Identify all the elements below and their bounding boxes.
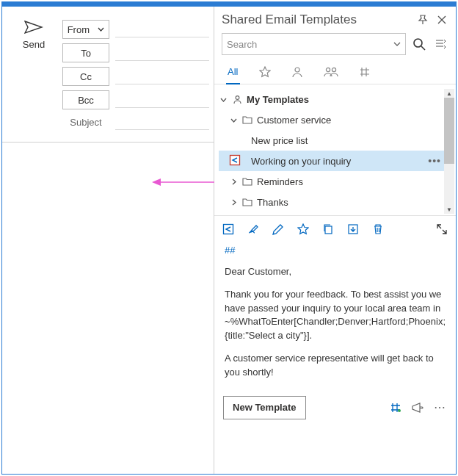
pin-icon[interactable] bbox=[416, 13, 429, 26]
send-icon bbox=[24, 20, 43, 35]
preview-greeting: Dear Customer, bbox=[225, 265, 446, 279]
preview-body-2: A customer service representative will g… bbox=[225, 352, 446, 380]
send-button[interactable]: Send bbox=[12, 20, 55, 50]
insert-icon bbox=[229, 154, 241, 166]
bottom-bar: New Template ⋯ bbox=[214, 392, 456, 427]
cc-label: Cc bbox=[80, 71, 92, 82]
scroll-thumb[interactable] bbox=[444, 98, 454, 164]
tree-item-label: New price list bbox=[248, 135, 308, 146]
compose-pane: Send From To bbox=[2, 7, 214, 474]
tree-root[interactable]: My Templates bbox=[219, 89, 454, 109]
feedback-icon[interactable] bbox=[410, 400, 425, 415]
tree-folder-customer-service[interactable]: Customer service bbox=[219, 109, 454, 130]
tree-folder-label: Reminders bbox=[254, 176, 303, 187]
folder-icon bbox=[241, 198, 254, 206]
chevron-right-icon bbox=[230, 199, 241, 206]
edit-signature-icon[interactable] bbox=[247, 223, 260, 236]
from-field[interactable] bbox=[115, 21, 209, 37]
to-button[interactable]: To bbox=[62, 43, 109, 62]
expand-icon[interactable] bbox=[435, 223, 448, 236]
edit-icon[interactable] bbox=[272, 223, 285, 236]
tree-item-working-on-inquiry[interactable]: Working on your inquiry ••• bbox=[219, 151, 454, 171]
tree-folder-thanks[interactable]: Thanks bbox=[219, 192, 454, 212]
hash-icon bbox=[359, 66, 371, 78]
bcc-field[interactable] bbox=[115, 92, 209, 108]
svg-point-7 bbox=[236, 95, 239, 99]
folder-icon bbox=[241, 115, 254, 124]
import-icon[interactable] bbox=[346, 223, 360, 236]
star-icon bbox=[259, 66, 271, 78]
hash-marker: ## bbox=[225, 244, 446, 258]
chevron-down-icon bbox=[98, 27, 104, 32]
copy-icon[interactable] bbox=[321, 223, 335, 236]
tab-all[interactable]: All bbox=[228, 60, 238, 84]
tree-folder-reminders[interactable]: Reminders bbox=[219, 171, 454, 192]
chevron-right-icon bbox=[230, 178, 241, 185]
from-button[interactable]: From bbox=[62, 20, 109, 39]
to-field[interactable] bbox=[115, 45, 209, 61]
tree-folder-label: Customer service bbox=[254, 115, 331, 126]
svg-point-2 bbox=[414, 39, 422, 47]
scrollbar[interactable]: ▲ ▼ bbox=[444, 89, 454, 214]
scroll-up-icon[interactable]: ▲ bbox=[444, 89, 454, 98]
search-icon bbox=[412, 37, 426, 51]
insert-template-icon[interactable] bbox=[222, 223, 235, 236]
folder-icon bbox=[241, 177, 254, 186]
hash-tag-icon[interactable] bbox=[388, 400, 403, 415]
subject-label: Subject bbox=[62, 117, 109, 128]
svg-point-12 bbox=[398, 409, 401, 412]
search-placeholder: Search bbox=[227, 39, 393, 50]
search-button[interactable] bbox=[410, 35, 428, 53]
preview-body-1: Thank you for your feedback. To best ass… bbox=[225, 288, 446, 343]
to-label: To bbox=[81, 48, 91, 59]
more-icon[interactable]: ••• bbox=[428, 155, 441, 167]
svg-rect-10 bbox=[325, 226, 332, 234]
bcc-label: Bcc bbox=[78, 95, 94, 106]
tree-item-new-price-list[interactable]: New price list bbox=[219, 130, 454, 151]
template-preview: ## Dear Customer, Thank you for your fee… bbox=[214, 242, 456, 392]
new-template-label: New Template bbox=[233, 402, 296, 413]
pane-title: Shared Email Templates bbox=[222, 12, 410, 27]
svg-point-5 bbox=[326, 68, 330, 71]
new-template-button[interactable]: New Template bbox=[223, 396, 305, 419]
subject-field[interactable] bbox=[115, 114, 209, 130]
chevron-down-icon bbox=[230, 117, 241, 123]
cc-field[interactable] bbox=[115, 68, 209, 84]
send-label: Send bbox=[23, 39, 45, 50]
favorite-icon[interactable] bbox=[297, 223, 310, 236]
svg-point-4 bbox=[295, 68, 299, 72]
more-menu-icon[interactable]: ⋯ bbox=[432, 400, 447, 415]
svg-line-3 bbox=[421, 46, 425, 50]
cc-button[interactable]: Cc bbox=[62, 67, 109, 86]
tab-tags[interactable] bbox=[359, 60, 371, 84]
svg-marker-1 bbox=[152, 178, 161, 186]
chevron-down-icon[interactable] bbox=[393, 42, 401, 46]
compose-divider bbox=[2, 142, 214, 143]
tabs: All bbox=[214, 60, 456, 84]
scroll-down-icon[interactable]: ▼ bbox=[444, 205, 454, 214]
tab-all-label: All bbox=[228, 66, 238, 77]
tree-root-label: My Templates bbox=[244, 94, 309, 105]
delete-icon[interactable] bbox=[371, 223, 385, 236]
people-icon bbox=[324, 66, 338, 78]
close-icon[interactable] bbox=[435, 13, 448, 26]
person-icon bbox=[291, 66, 303, 78]
search-input[interactable]: Search bbox=[222, 33, 406, 55]
template-toolbar bbox=[214, 216, 456, 242]
chevron-down-icon bbox=[220, 96, 230, 103]
tab-favorites[interactable] bbox=[259, 60, 271, 84]
tab-team[interactable] bbox=[324, 60, 338, 84]
person-icon bbox=[230, 95, 244, 104]
tree-item-label: Working on your inquiry bbox=[248, 156, 351, 167]
bcc-button[interactable]: Bcc bbox=[62, 90, 109, 109]
from-label: From bbox=[68, 24, 90, 35]
tab-personal[interactable] bbox=[291, 60, 303, 84]
filter-icon[interactable] bbox=[432, 36, 448, 52]
templates-pane: Shared Email Templates Search bbox=[214, 7, 456, 474]
templates-tree: My Templates Customer service New price … bbox=[214, 84, 456, 215]
tree-folder-label: Thanks bbox=[254, 197, 288, 208]
svg-point-6 bbox=[332, 68, 335, 71]
